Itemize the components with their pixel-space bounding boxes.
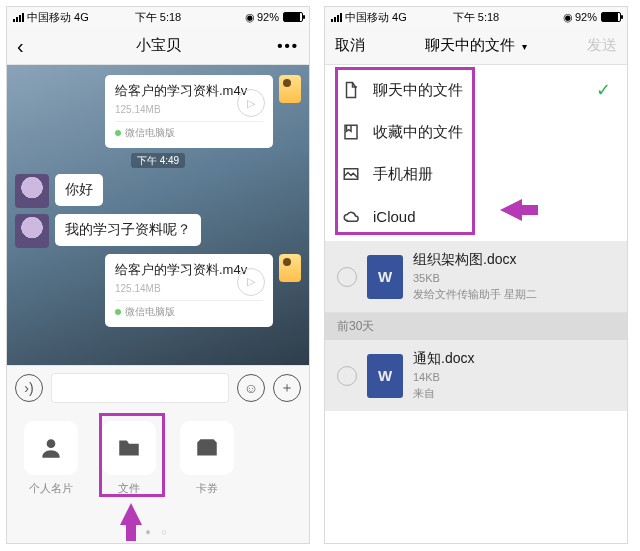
file-size: 14KB [413, 371, 440, 383]
file-size: 35KB [413, 272, 440, 284]
file-row[interactable]: W 组织架构图.docx 35KB 发给文件传输助手 星期二 [325, 241, 627, 312]
check-icon: ✓ [596, 79, 611, 101]
menu-album[interactable]: 手机相册 [325, 153, 627, 195]
message-file-1: 给客户的学习资料.m4v 125.14MB 微信电脑版 ▷ [15, 75, 301, 148]
plus-icon[interactable]: ＋ [273, 374, 301, 402]
bookmark-icon [341, 122, 361, 142]
image-icon [341, 164, 361, 184]
radio-select[interactable] [337, 267, 357, 287]
message-text-1: 你好 [15, 174, 301, 208]
wallet-icon [180, 421, 234, 475]
play-icon[interactable]: ▷ [237, 268, 265, 296]
message-text-2: 我的学习子资料呢？ [15, 214, 301, 248]
folder-icon [102, 421, 156, 475]
attach-label: 个人名片 [29, 482, 73, 494]
menu-chat-files[interactable]: 聊天中的文件 ✓ [325, 69, 627, 111]
message-input[interactable] [51, 373, 229, 403]
dropdown-label: 聊天中的文件 [425, 36, 515, 53]
page-dots: ● ○ [7, 527, 309, 537]
attach-coupon[interactable]: 卡券 [177, 421, 237, 533]
file-name: 通知.docx [413, 350, 615, 368]
cloud-icon [341, 206, 361, 226]
menu-label: iCloud [373, 208, 416, 225]
attach-file[interactable]: 文件 [99, 421, 159, 533]
chat-nav: ‹ 小宝贝 ••• [7, 27, 309, 65]
file-row[interactable]: W 通知.docx 14KB 来自 [325, 340, 627, 411]
phone-right: 中国移动 4G 下午 5:18 ◉ 92% 取消 聊天中的文件 ▾ 发送 聊天中… [324, 6, 628, 544]
menu-label: 手机相册 [373, 165, 433, 184]
attach-card[interactable]: 个人名片 [21, 421, 81, 533]
status-bar: 中国移动 4G 下午 5:18 ◉ 92% [325, 7, 627, 27]
play-icon[interactable]: ▷ [237, 89, 265, 117]
battery-icon [283, 12, 303, 22]
file-list: W 组织架构图.docx 35KB 发给文件传输助手 星期二 前30天 W 通知… [325, 241, 627, 411]
menu-icloud[interactable]: iCloud [325, 195, 627, 237]
avatar[interactable] [15, 174, 49, 208]
text-bubble[interactable]: 我的学习子资料呢？ [55, 214, 201, 246]
file-icon [341, 80, 361, 100]
avatar-sticker [279, 254, 301, 282]
chevron-down-icon: ▾ [522, 41, 527, 52]
source-dropdown[interactable]: 聊天中的文件 ▾ [325, 36, 627, 55]
menu-label: 收藏中的文件 [373, 123, 463, 142]
file-sub: 来自 [413, 386, 615, 401]
docx-icon: W [367, 255, 403, 299]
picker-nav: 取消 聊天中的文件 ▾ 发送 [325, 27, 627, 65]
text-bubble[interactable]: 你好 [55, 174, 103, 206]
menu-fav-files[interactable]: 收藏中的文件 [325, 111, 627, 153]
source-menu: 聊天中的文件 ✓ 收藏中的文件 手机相册 iCloud [325, 65, 627, 241]
input-bar: ›) ☺ ＋ [7, 365, 309, 409]
attachment-panel: 个人名片 文件 卡券 [7, 409, 309, 544]
attach-label: 卡券 [196, 482, 218, 494]
file-bubble[interactable]: 给客户的学习资料.m4v 125.14MB 微信电脑版 ▷ [105, 254, 273, 327]
timestamp: 下午 4:49 [15, 154, 301, 168]
file-source: 微信电脑版 [115, 121, 263, 140]
file-source: 微信电脑版 [115, 300, 263, 319]
clock-label: 下午 5:18 [325, 10, 627, 25]
docx-icon: W [367, 354, 403, 398]
chat-title: 小宝贝 [7, 36, 309, 55]
avatar-sticker [279, 75, 301, 103]
status-bar: 中国移动 4G 下午 5:18 ◉ 92% [7, 7, 309, 27]
battery-icon [601, 12, 621, 22]
file-sub: 发给文件传输助手 星期二 [413, 287, 615, 302]
chat-area: 给客户的学习资料.m4v 125.14MB 微信电脑版 ▷ 下午 4:49 你好… [7, 65, 309, 365]
file-name: 组织架构图.docx [413, 251, 615, 269]
radio-select[interactable] [337, 366, 357, 386]
avatar[interactable] [15, 214, 49, 248]
emoji-icon[interactable]: ☺ [237, 374, 265, 402]
clock-label: 下午 5:18 [7, 10, 309, 25]
voice-icon[interactable]: ›) [15, 374, 43, 402]
section-header: 前30天 [325, 313, 627, 340]
person-icon [24, 421, 78, 475]
message-file-2: 给客户的学习资料.m4v 125.14MB 微信电脑版 ▷ [15, 254, 301, 327]
attach-label: 文件 [118, 482, 140, 494]
menu-label: 聊天中的文件 [373, 81, 463, 100]
phone-left: 中国移动 4G 下午 5:18 ◉ 92% ‹ 小宝贝 ••• 给客户的学习资料… [6, 6, 310, 544]
file-bubble[interactable]: 给客户的学习资料.m4v 125.14MB 微信电脑版 ▷ [105, 75, 273, 148]
